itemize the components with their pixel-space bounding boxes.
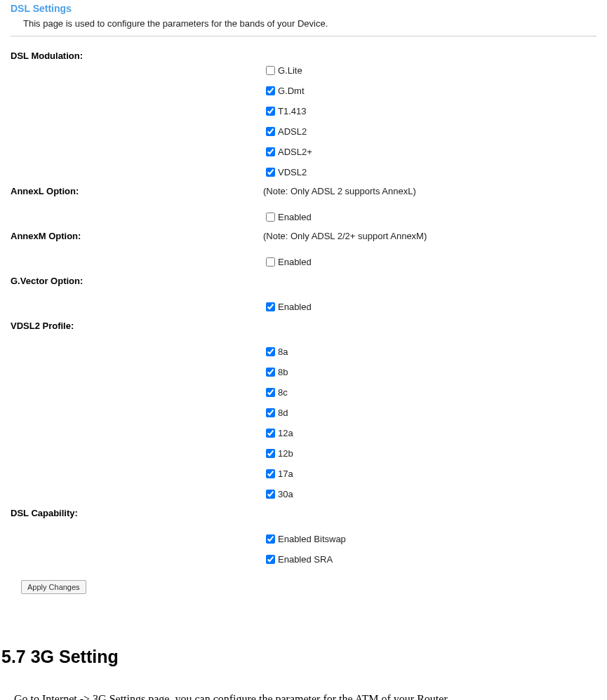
option-label: Enabled	[278, 257, 312, 267]
annexl-options: Enabled	[263, 210, 596, 224]
option-label: 8b	[278, 367, 288, 377]
doc-section: 5.7 3G Setting Go to Internet -> 3G Sett…	[0, 647, 607, 700]
apply-changes-button[interactable]: Apply Changes	[21, 580, 86, 594]
option-sra: Enabled SRA	[263, 553, 596, 566]
annexl-note: (Note: Only ADSL 2 supports AnnexL)	[263, 186, 416, 196]
checkbox-adsl2plus[interactable]	[266, 147, 275, 156]
checkbox-t1413[interactable]	[266, 107, 275, 116]
dsl-capability-label: DSL Capability:	[11, 508, 263, 518]
option-label: 17a	[278, 469, 293, 479]
checkbox-8a[interactable]	[266, 347, 275, 356]
option-label: Enabled	[278, 302, 312, 312]
checkbox-12a[interactable]	[266, 429, 275, 438]
doc-body: Go to Internet -> 3G Settings page, you …	[1, 691, 606, 700]
checkbox-30a[interactable]	[266, 490, 275, 499]
option-label: 30a	[278, 489, 293, 499]
option-annexm-enabled: Enabled	[263, 255, 596, 269]
annexm-options: Enabled	[263, 255, 596, 269]
option-17a: 17a	[263, 467, 596, 480]
checkbox-adsl2[interactable]	[266, 127, 275, 136]
vdsl2-profile-section: VDSL2 Profile:	[11, 321, 596, 331]
option-8b: 8b	[263, 365, 596, 379]
checkbox-bitswap[interactable]	[266, 534, 275, 544]
gvector-label: G.Vector Option:	[11, 276, 263, 286]
annexm-section: AnnexM Option: (Note: Only ADSL 2/2+ sup…	[11, 231, 596, 241]
option-gdmt: G.Dmt	[263, 84, 596, 97]
option-label: 8d	[278, 408, 288, 418]
option-label: 8c	[278, 387, 288, 398]
option-label: 12a	[278, 428, 293, 438]
dsl-settings-panel: DSL Settings This page is used to config…	[0, 3, 607, 594]
option-adsl2: ADSL2	[263, 125, 596, 138]
checkbox-glite[interactable]	[266, 66, 275, 75]
option-vdsl2: VDSL2	[263, 166, 596, 179]
page-title: DSL Settings	[11, 3, 596, 14]
checkbox-gdmt[interactable]	[266, 86, 275, 95]
option-8c: 8c	[263, 386, 596, 399]
dsl-capability-section: DSL Capability:	[11, 508, 596, 518]
option-gvector-enabled: Enabled	[263, 300, 596, 314]
option-label: 12b	[278, 448, 293, 459]
option-8d: 8d	[263, 406, 596, 419]
dsl-modulation-options: G.Lite G.Dmt T1.413 ADSL2 ADSL2+ VDSL2	[263, 64, 596, 179]
annexm-note: (Note: Only ADSL 2/2+ support AnnexM)	[263, 231, 427, 241]
option-12b: 12b	[263, 447, 596, 460]
dsl-modulation-section: DSL Modulation:	[11, 51, 596, 61]
dsl-capability-options: Enabled Bitswap Enabled SRA	[263, 532, 596, 566]
vdsl2-profile-options: 8a 8b 8c 8d 12a 12b 17a 30a	[263, 345, 596, 501]
option-label: G.Dmt	[278, 86, 305, 96]
option-bitswap: Enabled Bitswap	[263, 532, 596, 546]
divider	[11, 36, 596, 36]
option-glite: G.Lite	[263, 64, 596, 77]
page-description: This page is used to configure the param…	[23, 18, 596, 29]
annexl-label: AnnexL Option:	[11, 186, 263, 196]
option-label: Enabled	[278, 212, 312, 222]
annexl-section: AnnexL Option: (Note: Only ADSL 2 suppor…	[11, 186, 596, 196]
option-label: T1.413	[278, 106, 306, 116]
checkbox-sra[interactable]	[266, 555, 275, 564]
option-annexl-enabled: Enabled	[263, 210, 596, 224]
option-label: VDSL2	[278, 167, 307, 177]
checkbox-17a[interactable]	[266, 469, 275, 478]
checkbox-annexl-enabled[interactable]	[266, 213, 275, 222]
option-30a: 30a	[263, 487, 596, 501]
option-label: Enabled Bitswap	[278, 534, 346, 544]
option-12a: 12a	[263, 426, 596, 440]
checkbox-12b[interactable]	[266, 449, 275, 458]
vdsl2-profile-label: VDSL2 Profile:	[11, 321, 263, 331]
dsl-modulation-label: DSL Modulation:	[11, 51, 263, 61]
checkbox-annexm-enabled[interactable]	[266, 257, 275, 267]
doc-heading: 5.7 3G Setting	[1, 647, 606, 667]
option-label: ADSL2+	[278, 147, 312, 157]
checkbox-8b[interactable]	[266, 368, 275, 377]
option-label: 8a	[278, 346, 288, 357]
checkbox-vdsl2[interactable]	[266, 168, 275, 177]
checkbox-8d[interactable]	[266, 408, 275, 417]
gvector-options: Enabled	[263, 300, 596, 314]
option-adsl2plus: ADSL2+	[263, 145, 596, 159]
option-8a: 8a	[263, 345, 596, 358]
annexm-label: AnnexM Option:	[11, 231, 263, 241]
checkbox-8c[interactable]	[266, 388, 275, 397]
option-label: ADSL2	[278, 126, 307, 137]
gvector-section: G.Vector Option:	[11, 276, 596, 286]
option-label: G.Lite	[278, 65, 302, 76]
option-label: Enabled SRA	[278, 554, 333, 565]
checkbox-gvector-enabled[interactable]	[266, 302, 275, 311]
option-t1413: T1.413	[263, 105, 596, 118]
